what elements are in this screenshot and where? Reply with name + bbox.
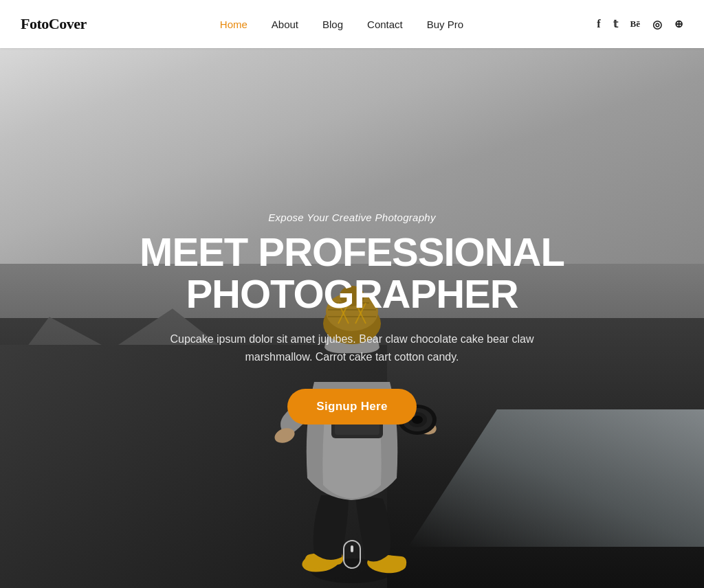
- facebook-icon[interactable]: f: [597, 18, 600, 30]
- header: FotoCover Home About Blog Contact Buy Pr…: [0, 0, 704, 48]
- hero-section: Expose Your Creative Photography MEET PR…: [0, 48, 704, 588]
- nav-item-contact[interactable]: Contact: [367, 19, 403, 30]
- main-nav: Home About Blog Contact Buy Pro: [220, 19, 463, 30]
- nav-item-home[interactable]: Home: [220, 19, 248, 30]
- logo: FotoCover: [21, 15, 87, 33]
- nav-item-buypro[interactable]: Buy Pro: [427, 19, 463, 30]
- other-icon[interactable]: ⊕: [674, 18, 683, 30]
- twitter-icon[interactable]: 𝕥: [613, 18, 618, 30]
- scroll-indicator[interactable]: [343, 540, 361, 569]
- instagram-icon[interactable]: ◎: [652, 18, 662, 31]
- nav-item-blog[interactable]: Blog: [322, 19, 343, 30]
- signup-button[interactable]: Signup Here: [287, 389, 416, 425]
- behance-icon[interactable]: Bē: [630, 19, 640, 30]
- hero-description: Cupcake ipsum dolor sit amet jujubes. Be…: [166, 330, 538, 367]
- social-icons: f 𝕥 Bē ◎ ⊕: [597, 18, 683, 31]
- hero-title: MEET PROFESSIONAL PHOTOGRAPHER: [91, 231, 613, 315]
- hero-subtitle: Expose Your Creative Photography: [91, 212, 613, 223]
- nav-item-about[interactable]: About: [272, 19, 298, 30]
- hero-content: Expose Your Creative Photography MEET PR…: [77, 212, 627, 425]
- scroll-dot: [351, 545, 353, 552]
